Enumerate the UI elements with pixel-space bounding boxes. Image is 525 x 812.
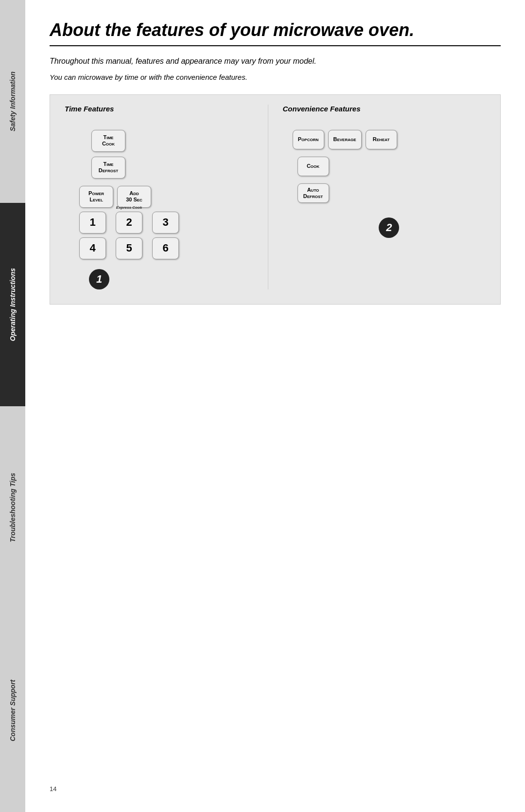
express-cook-label: Express Cook xyxy=(116,205,142,210)
time-features-content: Time Cook Time Defrost P xyxy=(65,125,268,289)
popcorn-button[interactable]: Popcorn xyxy=(293,130,324,149)
power-level-line1: Power xyxy=(88,190,104,197)
time-features-header: Time Features xyxy=(65,105,268,113)
number-4-button[interactable]: 4 xyxy=(79,237,106,259)
number-1-button[interactable]: 1 xyxy=(79,212,106,234)
sidebar-label-safety: Safety Information xyxy=(9,67,17,136)
feature-columns: Time Features Time Cook Time Defrost xyxy=(65,105,486,289)
intro-text: You can microwave by time or with the co… xyxy=(50,72,501,82)
number-3-button[interactable]: 3 xyxy=(152,212,179,234)
sidebar-label-troubleshooting: Troubleshooting Tips xyxy=(9,468,17,547)
number-5-button[interactable]: 5 xyxy=(116,237,142,259)
time-defrost-line1: Time xyxy=(104,161,114,167)
sidebar-section-consumer[interactable]: Consumer Support xyxy=(0,609,25,812)
time-cook-line2: Cook xyxy=(102,141,115,147)
number-row-2: 4 5 6 xyxy=(79,237,268,259)
auto-defrost-line1: Auto xyxy=(307,187,319,193)
popcorn-beverage-reheat-row: Popcorn Beverage Reheat xyxy=(293,130,486,149)
add-30-line1: Add xyxy=(129,190,139,197)
beverage-button[interactable]: Beverage xyxy=(328,130,362,149)
time-defrost-button[interactable]: Time Defrost xyxy=(91,157,125,179)
badge-2: 2 xyxy=(379,217,399,238)
number-row-1: 1 Express Cook 2 3 xyxy=(79,212,268,234)
number-6-button[interactable]: 6 xyxy=(152,237,179,259)
time-features-column: Time Features Time Cook Time Defrost xyxy=(65,105,268,289)
sidebar-label-operating: Operating Instructions xyxy=(9,263,17,346)
power-add-row: Power Level Add 30 Sec xyxy=(65,186,268,208)
subtitle: Throughout this manual, features and app… xyxy=(50,56,501,67)
cook-button[interactable]: Cook xyxy=(298,157,329,176)
time-defrost-line2: Defrost xyxy=(99,167,118,174)
sidebar-label-consumer: Consumer Support xyxy=(9,675,17,746)
time-cook-line1: Time xyxy=(104,134,114,141)
convenience-features-column: Convenience Features Popcorn Beverage Re… xyxy=(268,105,486,289)
reheat-button[interactable]: Reheat xyxy=(366,130,397,149)
power-level-button[interactable]: Power Level xyxy=(79,186,113,208)
auto-defrost-button[interactable]: Auto Defrost xyxy=(298,183,329,203)
sidebar-section-troubleshooting[interactable]: Troubleshooting Tips xyxy=(0,406,25,609)
sidebar-section-operating[interactable]: Operating Instructions xyxy=(0,203,25,406)
sidebar: Safety Information Operating Instruction… xyxy=(0,0,25,812)
page-title: About the features of your microwave ove… xyxy=(50,19,501,46)
page-number: 14 xyxy=(50,771,501,793)
sidebar-section-safety[interactable]: Safety Information xyxy=(0,0,25,203)
add-30-sec-button[interactable]: Add 30 Sec xyxy=(117,186,151,208)
auto-defrost-line2: Defrost xyxy=(303,193,323,199)
number-grid: 1 Express Cook 2 3 4 5 6 xyxy=(65,212,268,259)
badge-1-container: 1 xyxy=(89,269,268,289)
badge-1: 1 xyxy=(89,269,109,289)
power-level-line2: Level xyxy=(89,197,103,203)
number-2-button[interactable]: Express Cook 2 xyxy=(116,212,142,234)
convenience-features-header: Convenience Features xyxy=(283,105,486,113)
badge-2-container: 2 xyxy=(293,217,486,238)
main-content: About the features of your microwave ove… xyxy=(25,0,525,812)
time-cook-button[interactable]: Time Cook xyxy=(91,130,125,152)
feature-diagram-box: Time Features Time Cook Time Defrost xyxy=(50,94,501,305)
convenience-features-content: Popcorn Beverage Reheat Cook Auto Defros… xyxy=(283,125,486,238)
add-30-line2: 30 Sec xyxy=(126,197,142,203)
